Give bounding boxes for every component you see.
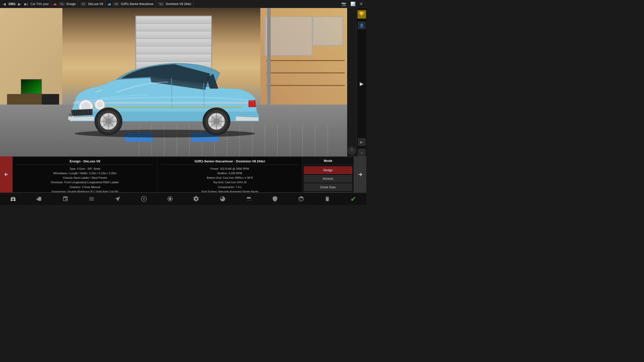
car2-name: DeLuxe V8 xyxy=(88,2,103,6)
car3-name: G2R1-Senior-thecarlove xyxy=(121,2,153,6)
trim-stat-4: Gearbox: 3 Gear Manual xyxy=(16,185,154,189)
car1-year: '51 xyxy=(58,2,65,6)
person-icon-btn[interactable]: 👤 xyxy=(358,22,366,29)
toolbar-safety-btn[interactable] xyxy=(270,195,280,203)
car2-section[interactable]: '51 DeLuxe V8 xyxy=(78,0,105,8)
window-2 xyxy=(312,16,343,46)
svg-point-6 xyxy=(83,104,89,110)
scene-background xyxy=(0,8,347,156)
close-btn[interactable]: ✕ xyxy=(358,1,364,7)
prev-year-btn[interactable]: ◀ xyxy=(2,2,7,7)
engine-info-column: G2R1-Senior-thecarlover - Dominion V8 24… xyxy=(157,157,302,192)
trim-stat-0: Type: 4 Door - 6/0° Seats xyxy=(16,166,154,171)
car4-section[interactable]: '51 Dominion V8 244ci xyxy=(156,0,193,8)
next-year-btn[interactable]: ▶ xyxy=(17,2,22,7)
toolbar-interior-btn[interactable] xyxy=(244,195,254,203)
monitor xyxy=(21,79,42,94)
trophy-btn[interactable]: 🏆 xyxy=(357,10,366,19)
svg-point-40 xyxy=(169,198,171,200)
back-nav-btn[interactable] xyxy=(0,156,13,192)
toolbar-brakes-btn[interactable] xyxy=(165,195,175,203)
mode-detail-stats-btn[interactable]: Detail Stats xyxy=(304,184,352,191)
door-stripe xyxy=(136,39,211,47)
car3-year: '49 xyxy=(113,2,119,6)
shelf-2 xyxy=(266,72,345,73)
trim-stat-3: Drivetrain: Front Longitudinal Longitudi… xyxy=(16,180,154,185)
year-section: ◀ 1951 ▶ ▶| Car Trim year xyxy=(0,0,51,8)
toolbar-aero-btn[interactable] xyxy=(113,195,123,203)
shelf-3 xyxy=(266,85,345,86)
door-stripe xyxy=(136,16,211,24)
garage-scene xyxy=(0,8,347,156)
forward-nav-btn[interactable] xyxy=(354,156,366,192)
toolbar-wheels-btn[interactable] xyxy=(139,195,149,203)
toolbar-tech-btn[interactable] xyxy=(296,195,306,203)
year-display: 1951 xyxy=(8,2,16,6)
bottom-toolbar: ✔ xyxy=(0,192,366,205)
svg-point-39 xyxy=(143,198,145,200)
trim-info-column: Ensign - DeLuxe V8 Type: 4 Door - 6/0° S… xyxy=(13,157,157,192)
mode-panel: Mode Design Markets Detail Stats Test Tr… xyxy=(302,157,354,192)
toolbar-drivetrain-btn[interactable] xyxy=(218,195,228,203)
trim-col-title: Ensign - DeLuxe V8 xyxy=(16,159,154,165)
car4-year: '51 xyxy=(158,2,164,6)
car-display xyxy=(52,47,278,139)
top-bar-right: 📷 📊 ✕ xyxy=(338,1,366,7)
mode-title: Mode xyxy=(302,157,354,165)
car1-name: Ensign xyxy=(67,2,76,6)
car1-icon: 🚗 xyxy=(53,2,57,6)
mode-design-btn[interactable]: Design xyxy=(304,166,352,174)
chart-btn[interactable]: 📊 xyxy=(349,1,357,7)
engine-stat-2: Bottom End: Cast Iron 3995cc V 90°8 xyxy=(161,175,299,180)
toolbar-trim-btn[interactable] xyxy=(8,195,18,203)
forward-btn[interactable]: ▶ xyxy=(358,138,366,146)
svg-point-37 xyxy=(12,199,12,200)
skip-year-btn[interactable]: ▶| xyxy=(23,2,29,7)
toolbar-engine-btn[interactable] xyxy=(34,195,44,203)
toolbar-body-btn[interactable] xyxy=(60,195,70,203)
help-btn[interactable]: ? xyxy=(348,147,356,155)
engine-stat-1: Redline: 4,200 RPM xyxy=(161,171,299,175)
engine-stat-3: Top End: Cast Iron OHV-16 xyxy=(161,180,299,185)
mode-markets-btn[interactable]: Markets xyxy=(304,175,352,183)
trim-stat-1: Wheelbase / Length / Width: 3.25m / 5.23… xyxy=(16,171,154,175)
engine-col-title: G2R1-Senior-thecarlover - Dominion V8 24… xyxy=(161,159,299,165)
shelf-1 xyxy=(266,60,345,61)
camera-btn[interactable]: 📷 xyxy=(340,1,348,7)
bottom-info-section: Ensign - DeLuxe V8 Type: 4 Door - 6/0° S… xyxy=(0,156,366,192)
toolbar-exhaust-btn[interactable] xyxy=(322,195,332,203)
svg-point-9 xyxy=(97,102,103,108)
chevron-right-btn[interactable]: ▶ xyxy=(360,81,364,87)
car2-year: '51 xyxy=(80,2,87,6)
car3-icon: 🚙 xyxy=(107,2,111,6)
right-side-panel: 🏆 👤 ▶ ▶ ⊞ xyxy=(357,8,366,156)
svg-point-38 xyxy=(14,199,15,200)
trim-year-label: Car Trim year xyxy=(31,2,49,6)
toolbar-confirm-btn[interactable]: ✔ xyxy=(348,194,358,204)
engine-stat-4: Compression: 7.4:1 xyxy=(161,185,299,189)
info-main: Ensign - DeLuxe V8 Type: 4 Door - 6/0° S… xyxy=(13,156,354,192)
toolbar-suspension-btn[interactable] xyxy=(87,195,97,203)
top-bar: ◀ 1951 ▶ ▶| Car Trim year 🚗 '51 Ensign '… xyxy=(0,0,366,8)
car1-section[interactable]: 🚗 '51 Ensign xyxy=(51,0,78,8)
toolbar-gearbox-btn[interactable] xyxy=(191,195,201,203)
engine-stat-0: Power: 102.8 kW @ 3900 RPM xyxy=(161,166,299,171)
car4-name: Dominion V8 244ci xyxy=(166,2,191,6)
trim-stat-2: Chassis Steel Ladder / Steel Panels xyxy=(16,175,154,180)
grid-icon-btn[interactable]: ⊞ xyxy=(358,149,366,156)
car3-section[interactable]: 🚙 '49 G2R1-Senior-thecarlove xyxy=(105,0,156,8)
door-stripe xyxy=(136,31,211,39)
door-stripe xyxy=(136,24,211,31)
